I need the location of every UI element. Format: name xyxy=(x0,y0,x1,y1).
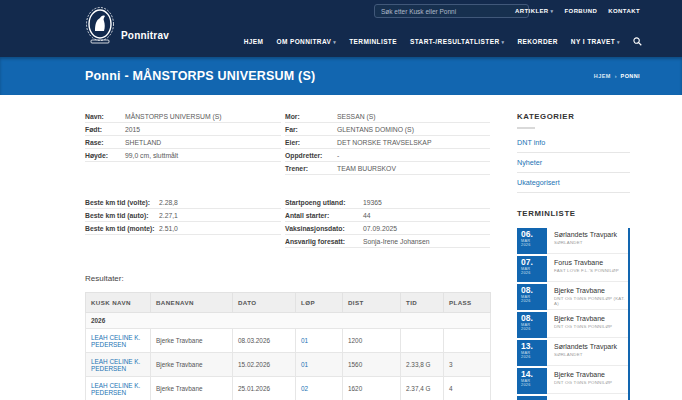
list-item-partial[interactable] xyxy=(517,396,628,400)
col-kusk-navn: KUSK NAVN xyxy=(86,293,151,313)
stat-row-foresatt: Ansvarlig foresatt: Sonja-Irene Johansen xyxy=(285,235,490,248)
detail-label: Født: xyxy=(85,126,125,133)
stat-label: Beste km tid (volte): xyxy=(85,199,159,206)
detail-value: MÅNSTORPS UNIVERSUM (S) xyxy=(125,113,222,120)
list-item[interactable]: 08. MAR 2026 Bjerke Travbane DNT OG TGNS… xyxy=(517,312,628,338)
cell-banenavn: Bjerke Travbane xyxy=(151,377,233,400)
detail-label: Rase: xyxy=(85,139,125,146)
breadcrumb-home[interactable]: HJEM xyxy=(594,73,611,79)
cell-plass: 3 xyxy=(444,353,491,377)
lop-link[interactable]: 02 xyxy=(301,385,308,392)
stats-section: Beste km tid (volte): 2.28,8 Beste km ti… xyxy=(85,196,490,248)
list-item[interactable]: 06. MAR 2026 Sørlandets Travpark SØRLAND… xyxy=(517,228,628,254)
page-banner: Ponni - MÅNSTORPS UNIVERSUM (S) HJEM › P… xyxy=(0,57,682,95)
event-day: 08. xyxy=(521,314,533,323)
pony-details-section: Navn: MÅNSTORPS UNIVERSUM (S) Født: 2015… xyxy=(85,110,490,175)
table-row: LEAH CELINE K. PEDERSEN Bjerke Travbane … xyxy=(86,353,491,377)
kusk-link[interactable]: LEAH CELINE K. PEDERSEN xyxy=(91,382,140,396)
page-title: Ponni - MÅNSTORPS UNIVERSUM (S) xyxy=(85,69,315,83)
detail-row-fodt: Født: 2015 xyxy=(85,123,281,136)
category-nyheter[interactable]: Nyheter xyxy=(517,153,630,173)
detail-value: 2015 xyxy=(125,126,140,133)
event-subtitle: FAST LOVE F.L.'S PONNILØP xyxy=(554,268,628,273)
col-lop: LØP xyxy=(296,293,343,313)
event-title: Forus Travbane xyxy=(554,259,628,266)
category-ukategorisert[interactable]: Ukategorisert xyxy=(517,173,630,193)
kusk-link[interactable]: LEAH CELINE K. PEDERSEN xyxy=(91,358,140,372)
col-plass: PLASS xyxy=(444,293,491,313)
ponnitrav-crest-icon xyxy=(85,7,115,45)
stat-row-auto: Beste km tid (auto): 2.27,1 xyxy=(85,209,281,222)
event-date xyxy=(517,396,547,400)
stat-value: 2.27,1 xyxy=(159,212,178,219)
stat-value: 44 xyxy=(363,212,371,219)
top-link-kontakt[interactable]: KONTAKT xyxy=(608,8,640,14)
brand[interactable]: Ponnitrav xyxy=(85,7,169,45)
stat-row-volte: Beste km tid (volte): 2.28,8 xyxy=(85,196,281,209)
categories-heading: KATEGORIER xyxy=(517,112,630,121)
stat-value: 2.51,0 xyxy=(159,225,178,232)
event-day: 07. xyxy=(521,258,533,267)
detail-row-mor: Mor: SESSAN (S) xyxy=(285,110,490,123)
nav-rekorder[interactable]: REKORDER xyxy=(517,38,557,45)
cell-dist: 1200 xyxy=(343,329,401,353)
list-item[interactable]: 07. MAR 2026 Forus Travbane FAST LOVE F.… xyxy=(517,256,628,282)
event-year: 2026 xyxy=(521,327,531,332)
results-header-row: KUSK NAVN BANENAVN DATO LØP DIST TID PLA… xyxy=(86,293,491,313)
event-date: 14. MAR 2026 xyxy=(517,368,547,394)
event-date: 08. MAR 2026 xyxy=(517,312,547,338)
col-dato: DATO xyxy=(233,293,296,313)
detail-label: Mor: xyxy=(285,113,337,120)
sidebar: KATEGORIER DNT info Nyheter Ukategoriser… xyxy=(517,112,630,400)
search-input[interactable] xyxy=(374,4,529,18)
detail-value: DET NORSKE TRAVSELSKAP xyxy=(337,139,431,146)
event-subtitle: SØRLANDET xyxy=(554,240,628,245)
event-title: Sørlandets Travpark xyxy=(554,343,628,350)
list-item[interactable]: 14. MAR 2026 Bjerke Travbane DNT OG TGNS… xyxy=(517,368,628,394)
table-row: LEAH CELINE K. PEDERSEN Bjerke Travbane … xyxy=(86,329,491,353)
event-subtitle: DNT OG TGNS PONNILØP xyxy=(554,324,628,329)
lop-link[interactable]: 01 xyxy=(301,337,308,344)
nav-om-ponnitrav[interactable]: OM PONNITRAV xyxy=(276,38,336,45)
lop-link[interactable]: 01 xyxy=(301,361,308,368)
event-date: 07. MAR 2026 xyxy=(517,256,547,282)
terminliste-heading: TERMINLISTE xyxy=(517,209,630,218)
stat-label: Vaksinasjonsdato: xyxy=(285,225,363,232)
cell-banenavn: Bjerke Travbane xyxy=(151,353,233,377)
breadcrumb-current: PONNI xyxy=(621,73,640,79)
detail-row-eier: Eier: DET NORSKE TRAVSELSKAP xyxy=(285,136,490,149)
detail-value: - xyxy=(337,152,339,159)
stat-label: Beste km tid (monte): xyxy=(85,225,159,232)
nav-terminliste[interactable]: TERMINLISTE xyxy=(349,38,397,45)
list-item[interactable]: 08. MAR 2026 Bjerke Travbane DNT OG TGNS… xyxy=(517,284,628,310)
detail-label: Oppdretter: xyxy=(285,152,337,159)
nav-start-resultatlister[interactable]: START-/RESULTATLISTER xyxy=(410,38,504,45)
top-link-forbund[interactable]: FORBUND xyxy=(565,8,598,14)
nav-hjem[interactable]: HJEM xyxy=(244,38,264,45)
search-icon[interactable] xyxy=(633,37,642,46)
cell-dist: 1620 xyxy=(343,377,401,400)
stat-row-startpoeng: Startpoeng utland: 19365 xyxy=(285,196,490,209)
stat-value: 19365 xyxy=(363,199,382,206)
cell-plass xyxy=(444,329,491,353)
cell-dato: 15.02.2026 xyxy=(233,353,296,377)
nav-ny-i-travet[interactable]: NY I TRAVET xyxy=(571,38,620,45)
top-links: ARTIKLER FORBUND KONTAKT xyxy=(515,8,640,14)
list-item[interactable]: 13. MAR 2026 Sørlandets Travpark SØRLAND… xyxy=(517,340,628,366)
event-year: 2026 xyxy=(521,243,531,248)
detail-row-oppdretter: Oppdretter: - xyxy=(285,149,490,162)
event-day: 13. xyxy=(521,342,533,351)
table-row: LEAH CELINE K. PEDERSEN Bjerke Travbane … xyxy=(86,377,491,400)
top-header: Ponnitrav ARTIKLER FORBUND KONTAKT HJEM … xyxy=(0,0,682,57)
breadcrumb-separator: › xyxy=(615,73,617,79)
main-nav: HJEM OM PONNITRAV TERMINLISTE START-/RES… xyxy=(244,37,642,46)
category-dnt-info[interactable]: DNT info xyxy=(517,133,630,153)
stat-row-vaksinasjon: Vaksinasjonsdato: 07.09.2025 xyxy=(285,222,490,235)
top-link-artikler[interactable]: ARTIKLER xyxy=(515,8,553,14)
detail-label: Høyde: xyxy=(85,152,125,159)
main-content: Navn: MÅNSTORPS UNIVERSUM (S) Født: 2015… xyxy=(85,110,490,400)
stat-value: Sonja-Irene Johansen xyxy=(363,238,430,245)
event-day: 14. xyxy=(521,370,533,379)
kusk-link[interactable]: LEAH CELINE K. PEDERSEN xyxy=(91,334,140,348)
cell-tid xyxy=(401,329,444,353)
